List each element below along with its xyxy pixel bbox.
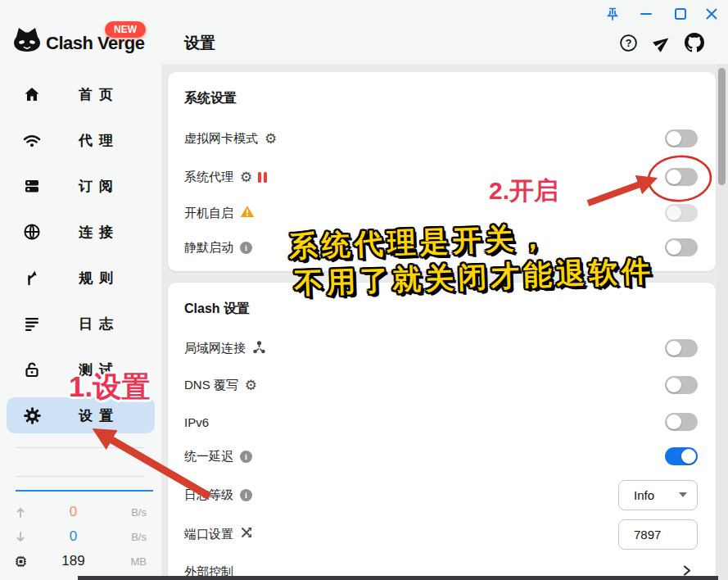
pin-icon[interactable] xyxy=(605,7,620,25)
row-label: 统一延迟 xyxy=(184,449,233,464)
sidebar-item-connections[interactable]: 连接 xyxy=(7,214,155,250)
upload-stat: 0 B/s xyxy=(15,502,147,522)
lan-toggle[interactable] xyxy=(665,339,698,357)
github-icon[interactable] xyxy=(685,33,704,56)
traffic-divider xyxy=(16,447,145,448)
row-label: DNS 覆写 xyxy=(184,378,238,393)
setting-row-system-proxy: 系统代理 ⚙ xyxy=(184,161,698,193)
maximize-icon[interactable] xyxy=(675,8,686,20)
ipv6-toggle[interactable] xyxy=(665,413,698,431)
setting-row-ipv6: IPv6 xyxy=(184,406,698,438)
home-icon xyxy=(22,85,42,103)
sidebar-item-test[interactable]: 测试 xyxy=(7,351,155,387)
card-title: 系统设置 xyxy=(184,90,237,107)
telegram-icon[interactable] xyxy=(653,34,671,56)
sidebar-item-label: 测试 xyxy=(42,360,153,379)
scrollbar-thumb[interactable] xyxy=(718,68,726,185)
sidebar-item-label: 首页 xyxy=(42,85,153,104)
unified-delay-toggle[interactable] xyxy=(665,447,698,465)
help-icon[interactable]: ? xyxy=(619,34,638,56)
memory-chip-icon xyxy=(15,555,29,568)
dns-overwrite-toggle[interactable] xyxy=(665,376,698,394)
setting-row-lan: 局域网连接 xyxy=(184,332,698,365)
card-title: Clash 设置 xyxy=(184,301,250,318)
sidebar-item-home[interactable]: 首页 xyxy=(7,76,155,112)
system-settings-card: 系统设置 虚拟网卡模式 ⚙ 系统代理 ⚙ 开机自启 静默启动 xyxy=(168,72,716,271)
clash-verge-window: Clash Verge NEW 首页 代理 订阅 连接 xyxy=(0,0,728,580)
sidebar-item-logs[interactable]: 日志 xyxy=(7,306,155,342)
system-proxy-toggle[interactable] xyxy=(665,168,698,186)
sidebar-item-label: 订阅 xyxy=(42,177,153,196)
toggle-knob xyxy=(667,170,681,184)
sidebar-item-settings[interactable]: 设置 xyxy=(7,397,155,433)
gear-icon[interactable]: ⚙ xyxy=(245,378,257,392)
info-icon: i xyxy=(240,489,252,501)
auto-launch-toggle[interactable] xyxy=(665,204,698,222)
setting-row-tun-mode: 虚拟网卡模式 ⚙ xyxy=(184,122,698,155)
svg-text:?: ? xyxy=(626,38,632,49)
fork-right-icon xyxy=(22,269,42,287)
upload-speed-value: 0 xyxy=(29,504,117,520)
wifi-icon xyxy=(22,131,42,149)
traffic-divider xyxy=(16,476,145,477)
toggle-knob xyxy=(667,415,681,429)
page-title: 设置 xyxy=(184,33,215,54)
sidebar-item-proxies[interactable]: 代理 xyxy=(7,122,155,158)
toggle-knob xyxy=(667,341,681,356)
row-label: 日志等级 xyxy=(184,487,233,503)
sidebar: Clash Verge NEW 首页 代理 订阅 连接 xyxy=(0,0,161,580)
setting-row-dns-overwrite: DNS 覆写 ⚙ xyxy=(184,369,698,401)
log-lines-icon xyxy=(22,315,42,333)
memory-usage-unit: MB xyxy=(117,555,147,568)
toggle-knob xyxy=(667,240,681,255)
setting-row-log-level: 日志等级 i Info xyxy=(184,477,698,513)
shuffle-icon[interactable] xyxy=(240,526,253,542)
row-label: 系统代理 xyxy=(184,170,233,185)
gear-icon[interactable]: ⚙ xyxy=(240,170,252,184)
clash-settings-card: Clash 设置 局域网连接 DNS 覆写 ⚙ IPv6 统一延迟 i xyxy=(168,283,716,580)
gear-icon xyxy=(22,406,42,425)
new-badge: NEW xyxy=(105,21,146,38)
setting-row-silent-start: 静默启动 i xyxy=(184,231,698,264)
minimize-icon[interactable] xyxy=(640,13,652,15)
sidebar-item-label: 规则 xyxy=(42,269,153,288)
info-icon: i xyxy=(240,451,252,463)
toggle-knob xyxy=(667,206,681,220)
log-level-value: Info xyxy=(634,488,679,502)
close-icon[interactable] xyxy=(705,7,718,24)
tun-mode-toggle[interactable] xyxy=(665,129,698,147)
sidebar-item-label: 日志 xyxy=(42,315,153,333)
setting-row-unified-delay: 统一延迟 i xyxy=(184,440,698,473)
warning-icon xyxy=(240,205,255,221)
memory-stat: 189 MB xyxy=(15,551,147,571)
sidebar-item-label: 设置 xyxy=(42,406,153,425)
globe-icon xyxy=(22,223,42,241)
row-label: IPv6 xyxy=(184,415,209,429)
unlock-icon xyxy=(22,360,42,378)
download-speed-value: 0 xyxy=(29,528,117,545)
port-input[interactable] xyxy=(618,519,698,550)
sidebar-item-label: 代理 xyxy=(42,131,153,150)
download-speed-unit: B/s xyxy=(117,531,147,543)
sidebar-item-label: 连接 xyxy=(42,223,153,242)
setting-row-port: 端口设置 xyxy=(184,516,698,552)
traffic-graph-baseline xyxy=(16,490,153,492)
memory-usage-value: 189 xyxy=(29,553,117,569)
toggle-knob xyxy=(667,131,681,146)
subscriptions-icon xyxy=(22,177,42,195)
toggle-knob xyxy=(681,449,696,464)
lan-hub-icon xyxy=(252,340,266,357)
download-stat: 0 B/s xyxy=(15,527,147,546)
row-label: 开机自启 xyxy=(184,206,233,221)
gear-icon[interactable]: ⚙ xyxy=(265,132,277,146)
row-label: 虚拟网卡模式 xyxy=(184,131,258,147)
row-label: 局域网连接 xyxy=(184,341,246,356)
arrow-up-icon xyxy=(15,506,29,519)
sidebar-item-profiles[interactable]: 订阅 xyxy=(7,168,155,204)
silent-start-toggle[interactable] xyxy=(665,238,698,256)
row-label: 静默启动 xyxy=(184,240,233,256)
toggle-knob xyxy=(667,378,681,392)
log-level-select[interactable]: Info xyxy=(618,480,698,510)
sidebar-item-rules[interactable]: 规则 xyxy=(7,260,155,296)
setting-row-auto-launch: 开机自启 xyxy=(184,197,698,229)
